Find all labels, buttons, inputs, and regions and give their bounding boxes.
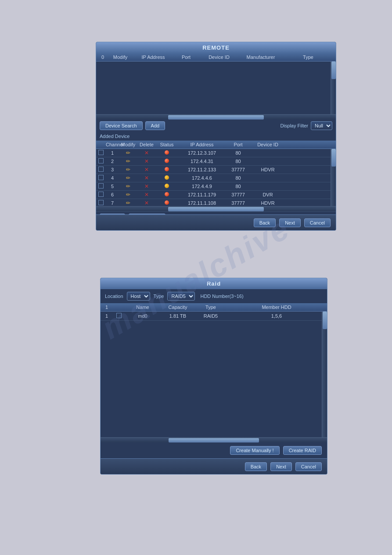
remote-cancel-button[interactable]: Cancel xyxy=(304,218,331,227)
raid-panel: Raid Location Host Type RAID5 HDD Number… xyxy=(100,278,327,475)
col-modify: Modify xyxy=(109,54,131,60)
remote-action-bar: Device Search Add Display Filter Null xyxy=(96,120,336,132)
remote-top-scrollbar-thumb[interactable] xyxy=(331,62,336,79)
row3-ch: 3 xyxy=(106,167,119,172)
added-device-label: Added Device xyxy=(96,132,336,141)
row4-delete-icon[interactable]: ✕ xyxy=(144,175,149,181)
remote-filter-area: Display Filter Null xyxy=(280,121,332,130)
row4-modify-icon[interactable]: ✏ xyxy=(126,175,130,181)
added-col-ip: IP Address xyxy=(178,142,226,147)
row1-modify-icon[interactable]: ✏ xyxy=(126,150,130,156)
raid-loc-row: Location Host Type RAID5 HDD Number(3~16… xyxy=(101,289,327,303)
row6-ch: 6 xyxy=(106,192,119,197)
raid-table-row: 1 md0 1.81 TB RAID5 1,5,6 xyxy=(101,312,327,321)
added-col-delete: Delete xyxy=(137,142,156,147)
row6-status-dot xyxy=(165,192,169,196)
remote-title: REMOTE xyxy=(96,42,336,53)
added-scrollbar-v[interactable] xyxy=(331,149,336,206)
display-filter-label: Display Filter xyxy=(280,123,308,128)
location-label: Location xyxy=(105,294,123,299)
table-row: 4 ✏ ✕ 172.4.4.6 80 xyxy=(96,174,336,182)
row5-modify-icon[interactable]: ✏ xyxy=(126,183,130,189)
location-select[interactable]: Host xyxy=(127,292,150,301)
row3-port: 37777 xyxy=(226,167,250,172)
remote-back-button[interactable]: Back xyxy=(254,218,276,227)
raid-h-thumb[interactable] xyxy=(169,438,259,443)
col-port: Port xyxy=(175,54,197,60)
row5-status-dot xyxy=(165,184,169,188)
remote-next-button[interactable]: Next xyxy=(279,218,301,227)
raid-count-header: 1 xyxy=(101,305,113,310)
row2-ip: 172.4.4.31 xyxy=(178,159,226,164)
remote-top-scrollbar-h[interactable] xyxy=(96,114,336,120)
row3-status-dot xyxy=(165,167,169,171)
row6-check[interactable] xyxy=(98,192,104,197)
row5-check[interactable] xyxy=(98,183,104,189)
row2-delete-icon[interactable]: ✕ xyxy=(144,158,149,164)
row3-check[interactable] xyxy=(98,167,104,172)
table-row: 3 ✏ ✕ 172.11.2.133 37777 HDVR xyxy=(96,166,336,174)
create-manually-button[interactable]: Create Manually ! xyxy=(230,446,279,455)
added-scrollbar-h[interactable] xyxy=(96,206,336,211)
added-h-thumb[interactable] xyxy=(168,207,264,211)
raid-bottom-bar: Back Next Cancel xyxy=(101,458,327,474)
table-row: 2 ✏ ✕ 172.4.4.31 80 xyxy=(96,157,336,166)
add-button[interactable]: Add xyxy=(145,121,165,130)
row3-modify-icon[interactable]: ✏ xyxy=(126,167,130,173)
raid-table-body: 1 md0 1.81 TB RAID5 1,5,6 xyxy=(101,312,327,437)
raid-next-button[interactable]: Next xyxy=(270,462,292,471)
raid-row1-capacity: 1.81 TB xyxy=(160,313,195,319)
row7-status-dot xyxy=(165,200,169,205)
row6-modify-icon[interactable]: ✏ xyxy=(126,192,130,198)
type-select[interactable]: RAID5 xyxy=(167,292,195,301)
row3-delete-icon[interactable]: ✕ xyxy=(144,167,149,173)
raid-cancel-button[interactable]: Cancel xyxy=(295,462,322,471)
col-devid: Device ID xyxy=(197,54,241,60)
raid-title: Raid xyxy=(101,278,327,289)
remote-top-table-body xyxy=(96,62,336,114)
row2-check[interactable] xyxy=(98,158,104,163)
remote-top-scrollbar-v[interactable] xyxy=(331,62,336,114)
create-raid-button[interactable]: Create RAID xyxy=(283,446,322,455)
added-col-devid: Device ID xyxy=(250,142,285,147)
hdd-number-label: HDD Number(3~16) xyxy=(200,294,243,299)
added-scrollbar-thumb[interactable] xyxy=(331,149,336,167)
remote-panel: REMOTE 0 Modify IP Address Port Device I… xyxy=(96,42,336,231)
device-search-button[interactable]: Device Search xyxy=(100,121,143,130)
row6-port: 37777 xyxy=(226,192,250,197)
raid-back-button[interactable]: Back xyxy=(245,462,267,471)
remote-top-h-thumb[interactable] xyxy=(168,115,264,120)
row6-delete-icon[interactable]: ✕ xyxy=(144,192,149,198)
row2-port: 80 xyxy=(226,159,250,164)
raid-scrollbar-v[interactable] xyxy=(322,312,327,437)
added-col-modify: Modify xyxy=(119,142,137,147)
row1-delete-icon[interactable]: ✕ xyxy=(144,150,149,156)
row7-devid: HDVR xyxy=(250,200,285,206)
raid-scrollbar-h[interactable] xyxy=(101,437,327,443)
row6-ip: 172.11.1.179 xyxy=(178,192,226,197)
row1-check[interactable] xyxy=(98,150,104,155)
row1-ip: 172.12.3.107 xyxy=(178,150,226,156)
raid-col-type: Type xyxy=(195,305,226,310)
table-row: 6 ✏ ✕ 172.11.1.179 37777 DVR xyxy=(96,191,336,199)
raid-col-member: Member HDD xyxy=(226,305,327,310)
row4-check[interactable] xyxy=(98,175,104,180)
row7-delete-icon[interactable]: ✕ xyxy=(144,200,149,206)
row5-ch: 5 xyxy=(106,184,119,189)
raid-col-capacity: Capacity xyxy=(160,305,195,310)
raid-row1-member: 1,5,6 xyxy=(226,313,327,319)
row7-modify-icon[interactable]: ✏ xyxy=(126,200,130,206)
raid-col-name: Name xyxy=(125,305,160,310)
remote-bottom-bar: Back Next Cancel xyxy=(96,214,336,230)
row7-ip: 172.11.1.108 xyxy=(178,200,226,206)
row7-check[interactable] xyxy=(98,200,104,205)
row5-port: 80 xyxy=(226,184,250,189)
display-filter-select[interactable]: Null xyxy=(311,121,332,130)
row1-ch: 1 xyxy=(106,150,119,156)
row6-devid: DVR xyxy=(250,192,285,197)
row5-delete-icon[interactable]: ✕ xyxy=(144,183,149,189)
row2-modify-icon[interactable]: ✏ xyxy=(126,158,130,164)
raid-row1-check[interactable] xyxy=(116,313,122,318)
row7-ch: 7 xyxy=(106,200,119,206)
raid-scrollbar-thumb[interactable] xyxy=(323,312,327,329)
